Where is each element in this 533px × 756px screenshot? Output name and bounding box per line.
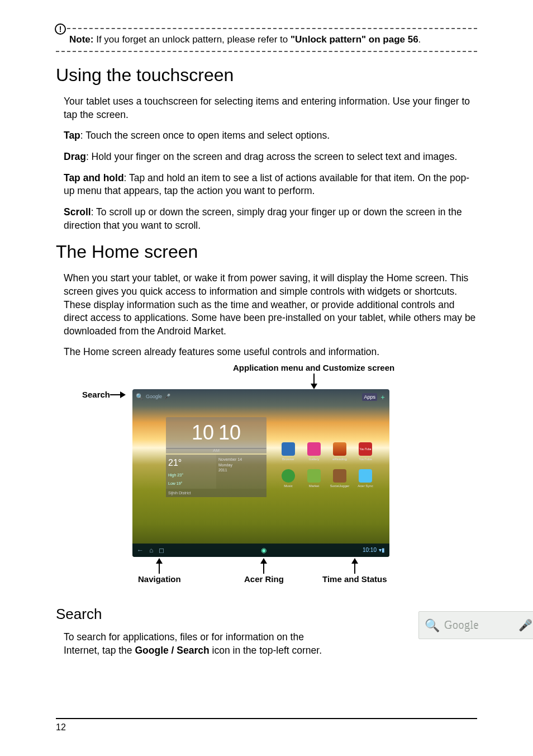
page-footer: 12 [56, 718, 477, 734]
app-icon-gallery[interactable]: Gallery [303, 442, 325, 466]
taphold-text: : Tap and hold an item to see a list of … [64, 172, 469, 197]
taphold-label: Tap and hold [64, 172, 124, 183]
tablet-search-bar[interactable]: 🔍 Google 🎤 [136, 393, 170, 401]
note-text: If you forget an unlock pattern, please … [93, 34, 290, 45]
acer-ring-button[interactable]: ◉ [261, 546, 266, 555]
tablet-navbar: ← ⌂ ◻ ◉ 10:10 ▾▮ [132, 544, 389, 557]
app-icon-market[interactable]: Market [303, 469, 325, 493]
page-number: 12 [56, 722, 66, 732]
app-icon-music[interactable]: Music [278, 469, 299, 493]
label-navigation: Navigation [138, 574, 181, 585]
scroll-label: Scroll [64, 206, 91, 218]
nav-buttons[interactable]: ← ⌂ ◻ [137, 546, 164, 555]
google-search-widget[interactable]: 🔍 Google 🎤 [418, 611, 533, 639]
paragraph-search: To search for applications, files or for… [64, 631, 337, 657]
label-acer-ring: Acer Ring [244, 574, 284, 585]
paragraph-intro-touch: Your tablet uses a touchscreen for selec… [64, 95, 477, 121]
tap-text: : Touch the screen once to open items an… [80, 130, 330, 141]
note-link: "Unlock pattern" on page 56 [291, 34, 418, 45]
clock-weather-widget[interactable]: 10 10 AM 21° High 23° Low 19° November 1… [166, 417, 266, 497]
tablet-screenshot: 🔍 Google 🎤 Apps ＋ 10 10 AM 21° High 23° … [132, 389, 389, 557]
google-logo-text: Google [444, 618, 514, 633]
weather-temp: 21° [168, 457, 214, 469]
app-icon-ereading[interactable]: eReading [329, 442, 350, 466]
recent-icon[interactable]: ◻ [159, 546, 164, 555]
search-magnifier-icon: 🔍 [425, 617, 440, 634]
paragraph-home-features: The Home screen already features some us… [64, 346, 477, 359]
weather-right: November 14 Monday 2011 [216, 455, 266, 488]
label-time-status: Time and Status [322, 574, 387, 585]
paragraph-taphold: Tap and hold: Tap and hold an item to se… [64, 172, 477, 198]
paragraph-home-intro: When you start your tablet, or wake it f… [64, 272, 477, 338]
weather-date3: 2011 [218, 467, 264, 472]
heading-search: Search [56, 604, 477, 624]
label-appmenu: Application menu and Customize screen [233, 362, 394, 374]
app-icon-youtube[interactable]: YouTube [355, 442, 376, 466]
weather-location: Sijhih District [166, 489, 266, 497]
back-icon[interactable]: ← [137, 546, 144, 555]
search-icon: 🔍 [136, 393, 144, 401]
home-screen-diagram: Application menu and Customize screen Se… [65, 367, 468, 593]
status-time: 10:10 [363, 546, 377, 554]
weather-date1: November 14 [218, 457, 264, 462]
clock-time: 10 10 [166, 417, 266, 449]
voice-mic-icon[interactable]: 🎤 [518, 618, 532, 633]
status-area[interactable]: 10:10 ▾▮ [363, 546, 385, 554]
weather-high: High 23° [168, 472, 214, 478]
paragraph-scroll: Scroll: To scroll up or down the screen,… [64, 206, 477, 232]
alert-icon: ! [55, 23, 66, 35]
heading-home-screen: The Home screen [56, 240, 477, 264]
weather-low: Low 19° [168, 481, 214, 486]
tap-label: Tap [64, 130, 80, 141]
clock-minute: 10 [218, 419, 241, 447]
label-search: Search [82, 389, 110, 400]
drag-label: Drag [64, 151, 86, 162]
app-icon-socialjogger[interactable]: SocialJogger [329, 469, 350, 493]
home-icon[interactable]: ⌂ [149, 546, 153, 555]
customize-icon: ＋ [379, 393, 386, 401]
drag-text: : Hold your finger on the screen and dra… [86, 151, 457, 162]
note-callout: ! Note: If you forget an unlock pattern,… [56, 28, 477, 52]
app-icon-acersync[interactable]: Acer Sync [355, 469, 376, 493]
search-text-bold: Google / Search [135, 645, 209, 656]
clock-hour: 10 [192, 419, 214, 447]
tablet-topright[interactable]: Apps ＋ [362, 393, 386, 401]
note-end: . [418, 34, 421, 45]
weather-date2: Monday [218, 462, 264, 467]
wifi-icon: ▾▮ [379, 546, 385, 554]
paragraph-tap: Tap: Touch the screen once to open items… [64, 129, 477, 143]
heading-using-touchscreen: Using the touchscreen [56, 63, 477, 87]
paragraph-drag: Drag: Hold your finger on the screen and… [64, 150, 477, 164]
note-label: Note: [69, 34, 93, 45]
clock-ampm: AM [166, 448, 266, 454]
apps-label: Apps [362, 393, 377, 401]
weather-left: 21° High 23° Low 19° [166, 455, 216, 488]
tablet-search-hint: Google [146, 393, 162, 400]
scroll-text: : To scroll up or down the screen, simpl… [64, 206, 462, 231]
app-icon-grid: Browser Gallery eReading YouTube Music M… [278, 442, 376, 493]
app-icon-browser[interactable]: Browser [278, 442, 299, 466]
mic-icon: 🎤 [164, 393, 170, 400]
search-text-b: icon in the top-left corner. [210, 645, 322, 656]
